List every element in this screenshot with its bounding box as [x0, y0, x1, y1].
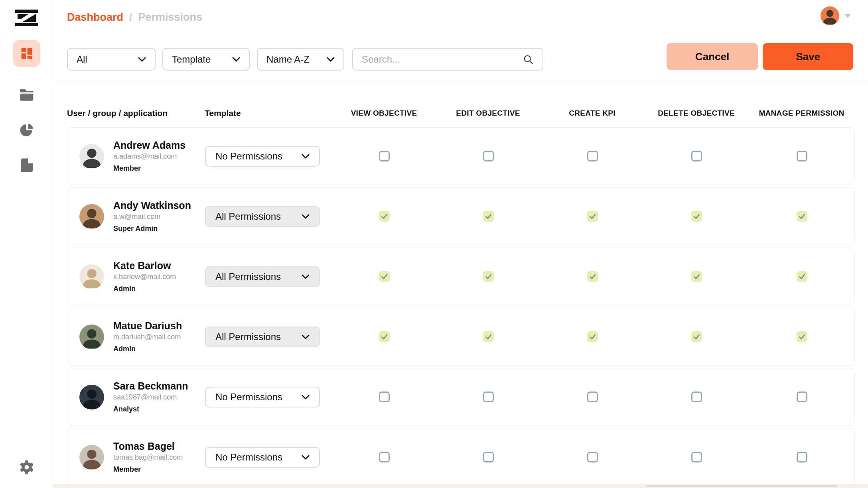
- search-container: [352, 48, 543, 71]
- template-select[interactable]: No Permissions: [205, 447, 320, 468]
- cancel-button[interactable]: Cancel: [667, 43, 758, 70]
- permission-cell: [645, 271, 749, 282]
- check-icon: [588, 212, 597, 220]
- template-select[interactable]: All Permissions: [205, 206, 320, 227]
- template-select[interactable]: All Permissions: [205, 327, 320, 347]
- permission-cell: [645, 331, 749, 342]
- permission-checkbox-delete-objective[interactable]: [691, 151, 702, 161]
- table-body: Andrew Adams a.adams@mail.com Member No …: [67, 127, 855, 488]
- permission-checkbox-manage-permission[interactable]: [797, 271, 807, 282]
- permission-cell: [332, 151, 436, 161]
- permission-checkbox-create-kpi[interactable]: [587, 211, 598, 222]
- user-text: Kate Barlow k.barlow@mail.com Admin: [113, 260, 176, 293]
- check-icon: [380, 272, 389, 281]
- check-icon: [798, 212, 806, 220]
- permission-checkbox-create-kpi[interactable]: [587, 151, 598, 161]
- chevron-down-icon: [327, 57, 335, 62]
- permission-checkbox-view-objective[interactable]: [379, 392, 390, 402]
- user-cell: Tomas Bagel tomas.bag@mail.com Member: [67, 441, 205, 474]
- brand-logo[interactable]: [15, 10, 38, 26]
- template-select-value: No Permissions: [215, 452, 282, 463]
- check-icon: [692, 272, 701, 281]
- user-avatar[interactable]: [821, 6, 839, 25]
- horizontal-scrollbar[interactable]: [646, 485, 838, 487]
- user-menu[interactable]: [821, 6, 851, 25]
- permission-checkbox-delete-objective[interactable]: [691, 392, 702, 402]
- table-header: User / group / application Template VIEW…: [67, 108, 855, 118]
- pie-chart-icon: [20, 123, 34, 138]
- permission-checkbox-manage-permission[interactable]: [797, 452, 807, 462]
- avatar: [79, 445, 104, 470]
- permission-cell: [749, 211, 855, 222]
- permission-checkbox-delete-objective[interactable]: [691, 452, 702, 462]
- filter-sort-select[interactable]: Name A-Z: [257, 48, 344, 71]
- save-button[interactable]: Save: [763, 43, 853, 70]
- permission-checkbox-edit-objective[interactable]: [483, 151, 494, 161]
- sidebar-item-reports[interactable]: [13, 117, 40, 144]
- table-row: Matue Dariush m.dariush@mail.com Admin A…: [67, 308, 855, 366]
- permission-checkbox-view-objective[interactable]: [379, 271, 390, 282]
- search-icon[interactable]: [523, 54, 534, 65]
- breadcrumb-separator: /: [129, 11, 132, 24]
- sidebar-item-documents[interactable]: [13, 152, 40, 179]
- permission-cell: [645, 452, 749, 462]
- permission-checkbox-create-kpi[interactable]: [587, 392, 598, 402]
- user-role: Admin: [113, 285, 176, 293]
- permission-checkbox-view-objective[interactable]: [379, 452, 390, 462]
- avatar: [79, 385, 104, 409]
- permission-cell: [645, 392, 749, 402]
- chevron-down-icon[interactable]: [844, 14, 851, 18]
- avatar: [79, 204, 104, 229]
- avatar: [79, 325, 104, 349]
- column-header-edit-objective: EDIT OBJECTIVE: [436, 109, 540, 118]
- permission-checkbox-edit-objective[interactable]: [483, 271, 494, 282]
- template-select-value: All Permissions: [215, 211, 281, 222]
- filter-all-select[interactable]: All: [67, 48, 156, 71]
- permission-checkbox-edit-objective[interactable]: [483, 452, 494, 462]
- permission-cell: [436, 211, 541, 222]
- breadcrumb: Dashboard / Permissions: [67, 11, 202, 24]
- permission-checkbox-create-kpi[interactable]: [587, 452, 598, 462]
- template-select[interactable]: No Permissions: [205, 146, 320, 167]
- permission-checkbox-create-kpi[interactable]: [587, 331, 598, 342]
- permission-checkbox-delete-objective[interactable]: [691, 331, 702, 342]
- permission-checkbox-create-kpi[interactable]: [587, 271, 598, 282]
- permission-checkbox-delete-objective[interactable]: [691, 211, 702, 222]
- user-text: Sara Beckmann saa1987@mail.com Analyst: [113, 380, 188, 413]
- permission-checkbox-view-objective[interactable]: [379, 331, 390, 342]
- permission-checkbox-view-objective[interactable]: [379, 151, 390, 161]
- permission-checkbox-manage-permission[interactable]: [797, 392, 807, 402]
- check-icon: [484, 212, 493, 220]
- permissions-page: Dashboard / Permissions All Template Nam…: [0, 0, 868, 488]
- template-select[interactable]: All Permissions: [205, 266, 320, 287]
- search-input[interactable]: [362, 54, 523, 65]
- avatar: [79, 264, 104, 289]
- permission-checkbox-edit-objective[interactable]: [483, 392, 494, 402]
- user-email: a.w@mail.com: [113, 213, 191, 221]
- user-cell: Sara Beckmann saa1987@mail.com Analyst: [67, 380, 205, 413]
- check-icon: [380, 212, 389, 220]
- template-select[interactable]: No Permissions: [205, 387, 320, 407]
- check-icon: [588, 333, 597, 341]
- column-header-view-objective: VIEW OBJECTIVE: [332, 109, 436, 118]
- user-email: tomas.bag@mail.com: [113, 453, 183, 462]
- user-text: Andy Watkinson a.w@mail.com Super Admin: [113, 200, 191, 233]
- permission-checkbox-manage-permission[interactable]: [797, 151, 807, 161]
- permission-checkbox-edit-objective[interactable]: [483, 331, 494, 342]
- permission-checkbox-delete-objective[interactable]: [691, 271, 702, 282]
- sidebar-item-dashboard[interactable]: [13, 40, 40, 67]
- document-icon: [20, 158, 34, 172]
- column-header-user: User / group / application: [67, 108, 205, 118]
- sidebar-item-projects[interactable]: [13, 81, 40, 108]
- breadcrumb-dashboard[interactable]: Dashboard: [67, 11, 123, 24]
- permission-checkbox-edit-objective[interactable]: [483, 211, 494, 222]
- permission-cell: [436, 331, 541, 342]
- permission-cell: [436, 271, 541, 282]
- permission-checkbox-manage-permission[interactable]: [797, 331, 807, 342]
- permission-checkbox-manage-permission[interactable]: [797, 211, 807, 222]
- filter-template-select[interactable]: Template: [162, 48, 250, 71]
- permission-checkbox-view-objective[interactable]: [379, 211, 390, 222]
- sidebar-item-settings[interactable]: [13, 454, 40, 481]
- user-name: Sara Beckmann: [113, 380, 188, 392]
- user-text: Andrew Adams a.adams@mail.com Member: [113, 140, 185, 173]
